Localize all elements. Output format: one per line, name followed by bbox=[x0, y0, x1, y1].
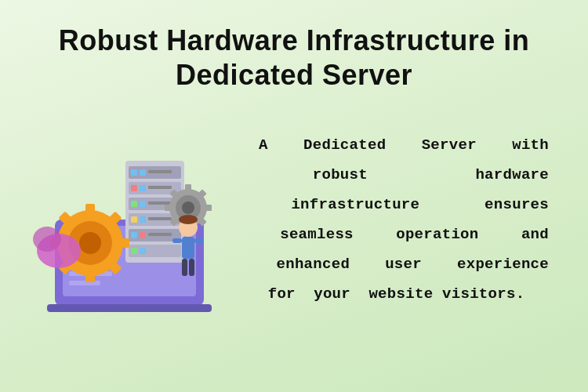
svg-rect-21 bbox=[148, 201, 172, 205]
svg-rect-19 bbox=[131, 201, 137, 207]
svg-rect-56 bbox=[182, 237, 194, 259]
svg-rect-29 bbox=[148, 233, 172, 236]
description-text: A Dedicated Server with robust hardware … bbox=[259, 130, 549, 309]
page-wrapper: Robust Hardware Infrastructure in Dedica… bbox=[0, 0, 588, 392]
svg-rect-58 bbox=[189, 259, 194, 276]
title-line1: Robust Hardware Infrastructure in bbox=[59, 24, 530, 57]
svg-rect-39 bbox=[117, 238, 129, 248]
svg-rect-36 bbox=[85, 204, 95, 216]
svg-rect-59 bbox=[172, 238, 182, 243]
svg-rect-16 bbox=[140, 185, 146, 191]
title-block: Robust Hardware Infrastructure in Dedica… bbox=[59, 24, 530, 94]
svg-rect-15 bbox=[131, 185, 137, 191]
svg-rect-20 bbox=[140, 201, 146, 207]
svg-rect-24 bbox=[140, 216, 146, 223]
svg-rect-57 bbox=[182, 259, 187, 276]
svg-rect-7 bbox=[69, 281, 100, 285]
svg-rect-17 bbox=[148, 186, 172, 189]
svg-rect-12 bbox=[140, 169, 146, 176]
server-illustration-svg bbox=[31, 118, 235, 321]
svg-rect-13 bbox=[148, 170, 172, 173]
svg-rect-28 bbox=[140, 232, 146, 238]
svg-rect-31 bbox=[131, 248, 137, 254]
svg-rect-27 bbox=[131, 232, 137, 238]
illustration bbox=[31, 118, 235, 321]
svg-point-63 bbox=[33, 227, 61, 252]
description-block: A Dedicated Server with robust hardware … bbox=[251, 130, 557, 309]
svg-rect-47 bbox=[185, 184, 191, 192]
title-line2: Dedicated Server bbox=[59, 57, 530, 94]
svg-rect-49 bbox=[165, 205, 172, 211]
svg-rect-23 bbox=[131, 216, 137, 223]
svg-rect-32 bbox=[140, 248, 146, 254]
svg-point-35 bbox=[79, 232, 101, 254]
svg-rect-25 bbox=[148, 217, 172, 220]
svg-rect-11 bbox=[131, 169, 137, 176]
svg-rect-37 bbox=[85, 270, 95, 282]
svg-point-46 bbox=[182, 201, 194, 214]
svg-point-61 bbox=[179, 215, 198, 224]
content-row: A Dedicated Server with robust hardware … bbox=[31, 118, 557, 321]
svg-rect-8 bbox=[47, 304, 212, 312]
svg-rect-50 bbox=[204, 205, 212, 211]
svg-rect-60 bbox=[194, 238, 204, 243]
